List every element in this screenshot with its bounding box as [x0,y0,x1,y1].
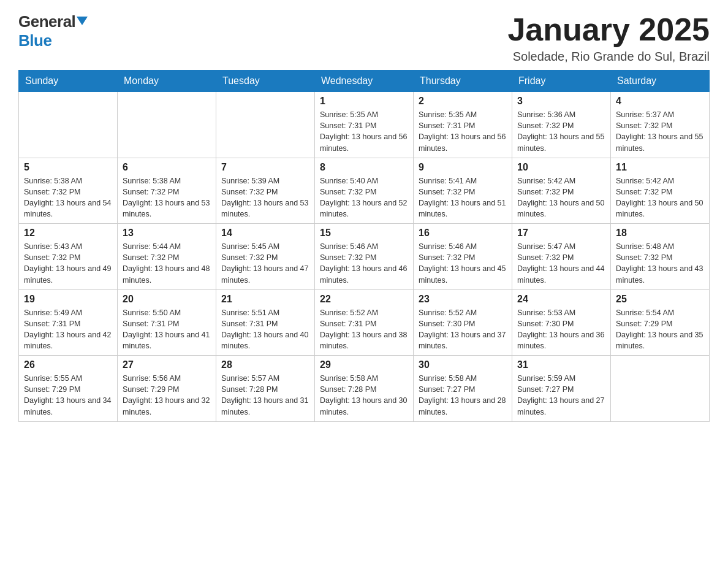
calendar-day-cell: 18Sunrise: 5:48 AMSunset: 7:32 PMDayligh… [611,224,710,290]
day-info: Sunrise: 5:37 AMSunset: 7:32 PMDaylight:… [616,109,704,154]
day-number: 16 [419,228,507,239]
day-number: 12 [24,228,112,239]
calendar-day-cell: 28Sunrise: 5:57 AMSunset: 7:28 PMDayligh… [216,356,315,422]
logo-blue-text: Blue [18,31,51,50]
calendar-day-cell: 5Sunrise: 5:38 AMSunset: 7:32 PMDaylight… [19,158,118,224]
calendar-day-cell: 14Sunrise: 5:45 AMSunset: 7:32 PMDayligh… [216,224,315,290]
calendar-day-cell: 20Sunrise: 5:50 AMSunset: 7:31 PMDayligh… [118,289,216,356]
day-info: Sunrise: 5:35 AMSunset: 7:31 PMDaylight:… [320,109,408,154]
calendar-day-cell: 2Sunrise: 5:35 AMSunset: 7:31 PMDaylight… [414,92,512,158]
day-number: 25 [616,294,704,305]
calendar-day-cell: 30Sunrise: 5:58 AMSunset: 7:27 PMDayligh… [414,356,512,422]
day-info: Sunrise: 5:38 AMSunset: 7:32 PMDaylight:… [123,175,211,220]
calendar-table: SundayMondayTuesdayWednesdayThursdayFrid… [18,70,710,422]
page-header: General Blue January 2025 Soledade, Rio … [18,12,710,64]
calendar-day-cell: 1Sunrise: 5:35 AMSunset: 7:31 PMDaylight… [315,92,414,158]
calendar-header-row: SundayMondayTuesdayWednesdayThursdayFrid… [19,71,710,92]
day-number: 2 [419,96,507,107]
month-title: January 2025 [507,12,710,47]
calendar-day-cell: 9Sunrise: 5:41 AMSunset: 7:32 PMDaylight… [414,158,512,224]
day-of-week-header: Thursday [414,71,512,92]
day-number: 28 [221,359,309,370]
day-info: Sunrise: 5:52 AMSunset: 7:31 PMDaylight:… [320,307,408,352]
day-info: Sunrise: 5:47 AMSunset: 7:32 PMDaylight:… [517,241,605,286]
day-number: 24 [517,294,605,305]
day-number: 31 [517,359,605,370]
day-number: 30 [419,359,507,370]
day-number: 11 [616,162,704,173]
day-info: Sunrise: 5:39 AMSunset: 7:32 PMDaylight:… [221,175,309,220]
day-info: Sunrise: 5:44 AMSunset: 7:32 PMDaylight:… [123,241,211,286]
logo-general-text: General [18,12,75,31]
day-info: Sunrise: 5:48 AMSunset: 7:32 PMDaylight:… [616,241,704,286]
day-number: 9 [419,162,507,173]
day-of-week-header: Tuesday [216,71,315,92]
day-info: Sunrise: 5:46 AMSunset: 7:32 PMDaylight:… [320,241,408,286]
logo: General Blue [18,12,88,50]
day-info: Sunrise: 5:59 AMSunset: 7:27 PMDaylight:… [517,373,605,418]
day-info: Sunrise: 5:49 AMSunset: 7:31 PMDaylight:… [24,307,112,352]
day-of-week-header: Monday [118,71,216,92]
day-number: 15 [320,228,408,239]
calendar-day-cell: 8Sunrise: 5:40 AMSunset: 7:32 PMDaylight… [315,158,414,224]
calendar-day-cell [118,92,216,158]
day-number: 3 [517,96,605,107]
location-subtitle: Soledade, Rio Grande do Sul, Brazil [507,50,710,64]
calendar-week-row: 12Sunrise: 5:43 AMSunset: 7:32 PMDayligh… [19,224,710,290]
calendar-day-cell: 26Sunrise: 5:55 AMSunset: 7:29 PMDayligh… [19,356,118,422]
day-number: 23 [419,294,507,305]
title-section: January 2025 Soledade, Rio Grande do Sul… [507,12,710,64]
day-number: 7 [221,162,309,173]
day-of-week-header: Sunday [19,71,118,92]
day-info: Sunrise: 5:53 AMSunset: 7:30 PMDaylight:… [517,307,605,352]
calendar-day-cell: 12Sunrise: 5:43 AMSunset: 7:32 PMDayligh… [19,224,118,290]
day-number: 26 [24,359,112,370]
calendar-day-cell: 19Sunrise: 5:49 AMSunset: 7:31 PMDayligh… [19,289,118,356]
day-number: 22 [320,294,408,305]
day-number: 27 [123,359,211,370]
calendar-day-cell: 13Sunrise: 5:44 AMSunset: 7:32 PMDayligh… [118,224,216,290]
day-info: Sunrise: 5:41 AMSunset: 7:32 PMDaylight:… [419,175,507,220]
calendar-day-cell: 10Sunrise: 5:42 AMSunset: 7:32 PMDayligh… [512,158,611,224]
calendar-day-cell: 22Sunrise: 5:52 AMSunset: 7:31 PMDayligh… [315,289,414,356]
calendar-day-cell: 7Sunrise: 5:39 AMSunset: 7:32 PMDaylight… [216,158,315,224]
day-number: 8 [320,162,408,173]
calendar-day-cell: 21Sunrise: 5:51 AMSunset: 7:31 PMDayligh… [216,289,315,356]
calendar-day-cell: 3Sunrise: 5:36 AMSunset: 7:32 PMDaylight… [512,92,611,158]
day-number: 13 [123,228,211,239]
day-number: 5 [24,162,112,173]
calendar-week-row: 5Sunrise: 5:38 AMSunset: 7:32 PMDaylight… [19,158,710,224]
day-number: 18 [616,228,704,239]
calendar-week-row: 26Sunrise: 5:55 AMSunset: 7:29 PMDayligh… [19,356,710,422]
day-info: Sunrise: 5:35 AMSunset: 7:31 PMDaylight:… [419,109,507,154]
day-info: Sunrise: 5:51 AMSunset: 7:31 PMDaylight:… [221,307,309,352]
day-of-week-header: Wednesday [315,71,414,92]
calendar-day-cell: 23Sunrise: 5:52 AMSunset: 7:30 PMDayligh… [414,289,512,356]
calendar-day-cell [19,92,118,158]
calendar-day-cell: 4Sunrise: 5:37 AMSunset: 7:32 PMDaylight… [611,92,710,158]
calendar-week-row: 1Sunrise: 5:35 AMSunset: 7:31 PMDaylight… [19,92,710,158]
calendar-day-cell: 6Sunrise: 5:38 AMSunset: 7:32 PMDaylight… [118,158,216,224]
day-info: Sunrise: 5:57 AMSunset: 7:28 PMDaylight:… [221,373,309,418]
calendar-day-cell: 25Sunrise: 5:54 AMSunset: 7:29 PMDayligh… [611,289,710,356]
calendar-day-cell: 24Sunrise: 5:53 AMSunset: 7:30 PMDayligh… [512,289,611,356]
day-info: Sunrise: 5:42 AMSunset: 7:32 PMDaylight:… [616,175,704,220]
logo-triangle-icon [77,17,88,25]
calendar-day-cell: 15Sunrise: 5:46 AMSunset: 7:32 PMDayligh… [315,224,414,290]
day-info: Sunrise: 5:55 AMSunset: 7:29 PMDaylight:… [24,373,112,418]
day-number: 20 [123,294,211,305]
day-info: Sunrise: 5:40 AMSunset: 7:32 PMDaylight:… [320,175,408,220]
day-number: 29 [320,359,408,370]
day-info: Sunrise: 5:58 AMSunset: 7:28 PMDaylight:… [320,373,408,418]
day-of-week-header: Saturday [611,71,710,92]
day-number: 21 [221,294,309,305]
calendar-day-cell [216,92,315,158]
calendar-day-cell: 27Sunrise: 5:56 AMSunset: 7:29 PMDayligh… [118,356,216,422]
day-info: Sunrise: 5:56 AMSunset: 7:29 PMDaylight:… [123,373,211,418]
calendar-day-cell [611,356,710,422]
day-number: 17 [517,228,605,239]
day-info: Sunrise: 5:52 AMSunset: 7:30 PMDaylight:… [419,307,507,352]
day-info: Sunrise: 5:46 AMSunset: 7:32 PMDaylight:… [419,241,507,286]
calendar-day-cell: 29Sunrise: 5:58 AMSunset: 7:28 PMDayligh… [315,356,414,422]
calendar-day-cell: 31Sunrise: 5:59 AMSunset: 7:27 PMDayligh… [512,356,611,422]
